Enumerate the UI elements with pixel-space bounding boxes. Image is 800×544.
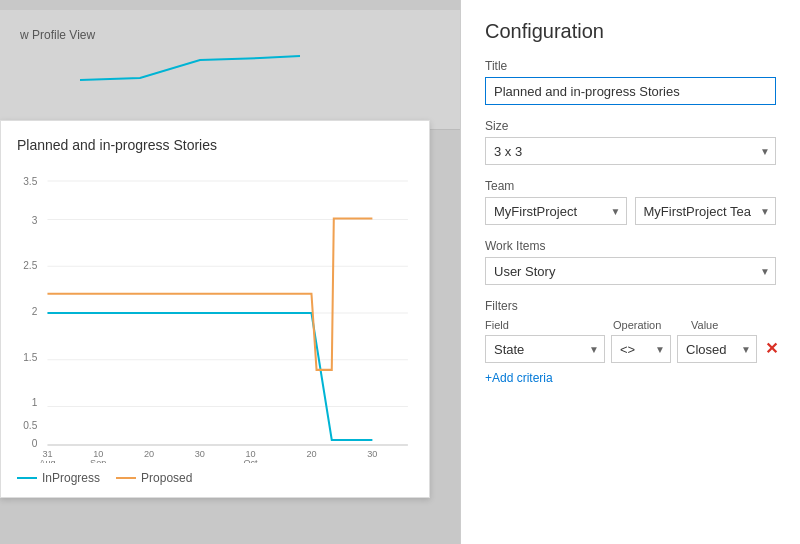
chart-legend: InProgress Proposed — [17, 471, 413, 485]
proposed-legend-label: Proposed — [141, 471, 192, 485]
proposed-line — [47, 219, 372, 370]
title-field-group: Title — [485, 59, 776, 105]
chart-card-title: Planned and in-progress Stories — [17, 137, 413, 153]
right-panel: Configuration Title Size 1 x 1 1 x 2 1 x… — [460, 0, 800, 544]
team-name-select[interactable]: MyFirstProject Team — [635, 197, 777, 225]
size-select[interactable]: 1 x 1 1 x 2 1 x 3 2 x 2 2 x 3 3 x 3 — [485, 137, 776, 165]
work-items-select-wrapper: User Story Bug Task Feature ▼ — [485, 257, 776, 285]
svg-text:30: 30 — [367, 449, 377, 459]
filter-op-select[interactable]: = <> > < — [611, 335, 671, 363]
config-title: Configuration — [485, 20, 776, 43]
svg-text:30: 30 — [195, 449, 205, 459]
team-project-select-wrapper: MyFirstProject ▼ — [485, 197, 627, 225]
legend-proposed: Proposed — [116, 471, 192, 485]
svg-text:Oct: Oct — [243, 458, 258, 463]
team-row: MyFirstProject ▼ MyFirstProject Team ▼ — [485, 197, 776, 225]
title-field-label: Title — [485, 59, 776, 73]
inprogress-legend-label: InProgress — [42, 471, 100, 485]
team-field-group: Team MyFirstProject ▼ MyFirstProject Tea… — [485, 179, 776, 225]
filter-field-select-wrapper: State Priority Assigned To ▼ — [485, 335, 605, 363]
svg-text:1: 1 — [32, 397, 38, 408]
work-items-select[interactable]: User Story Bug Task Feature — [485, 257, 776, 285]
filter-header-operation: Operation — [613, 319, 683, 331]
chart-svg: 3.5 3 2.5 2 1.5 1 0.5 0 31 — [17, 163, 413, 463]
size-select-wrapper: 1 x 1 1 x 2 1 x 3 2 x 2 2 x 3 3 x 3 ▼ — [485, 137, 776, 165]
svg-text:20: 20 — [306, 449, 316, 459]
chart-card: Planned and in-progress Stories 3.5 3 2.… — [0, 120, 430, 498]
filter-field-select[interactable]: State Priority Assigned To — [485, 335, 605, 363]
add-criteria-button[interactable]: +Add criteria — [485, 371, 553, 385]
filter-op-select-wrapper: = <> > < ▼ — [611, 335, 671, 363]
filter-row-1: State Priority Assigned To ▼ = <> > < ▼ … — [485, 335, 776, 363]
svg-text:2.5: 2.5 — [23, 260, 37, 271]
svg-text:1.5: 1.5 — [23, 352, 37, 363]
filter-delete-button[interactable]: ✕ — [763, 341, 780, 357]
svg-text:0: 0 — [32, 438, 38, 449]
svg-text:3.5: 3.5 — [23, 176, 37, 187]
filter-header-value: Value — [691, 319, 771, 331]
team-project-select[interactable]: MyFirstProject — [485, 197, 627, 225]
legend-inprogress: InProgress — [17, 471, 100, 485]
filter-header-field: Field — [485, 319, 605, 331]
size-field-group: Size 1 x 1 1 x 2 1 x 3 2 x 2 2 x 3 3 x 3… — [485, 119, 776, 165]
work-items-label: Work Items — [485, 239, 776, 253]
team-name-select-wrapper: MyFirstProject Team ▼ — [635, 197, 777, 225]
filter-headers: Field Operation Value — [485, 319, 776, 331]
filters-group: Filters Field Operation Value State Prio… — [485, 299, 776, 385]
left-panel: w Profile View Planned and in-progress S… — [0, 0, 460, 544]
add-criteria-label: +Add criteria — [485, 371, 553, 385]
size-field-label: Size — [485, 119, 776, 133]
filter-value-select-wrapper: Closed Active Resolved New ▼ — [677, 335, 757, 363]
svg-text:3: 3 — [32, 215, 38, 226]
inprogress-line — [47, 313, 372, 440]
filters-label: Filters — [485, 299, 776, 313]
chart-area: 3.5 3 2.5 2 1.5 1 0.5 0 31 — [17, 163, 413, 463]
svg-text:2: 2 — [32, 306, 38, 317]
svg-text:20: 20 — [144, 449, 154, 459]
svg-text:0.5: 0.5 — [23, 420, 37, 431]
proposed-legend-line — [116, 477, 136, 479]
inprogress-legend-line — [17, 477, 37, 479]
background-chart: w Profile View — [0, 10, 460, 130]
title-input[interactable] — [485, 77, 776, 105]
filter-value-select[interactable]: Closed Active Resolved New — [677, 335, 757, 363]
svg-text:Aug: Aug — [39, 458, 55, 463]
svg-text:Sep: Sep — [90, 458, 106, 463]
work-items-field-group: Work Items User Story Bug Task Feature ▼ — [485, 239, 776, 285]
team-field-label: Team — [485, 179, 776, 193]
